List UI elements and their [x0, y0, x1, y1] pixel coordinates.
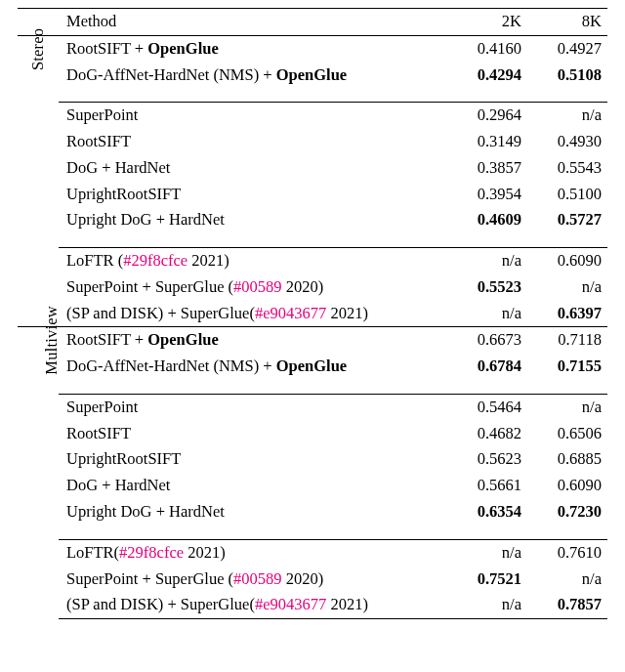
method-cell: Upright DoG + HardNet	[59, 207, 447, 233]
value-2k: 0.3954	[447, 182, 527, 208]
table-row: (SP and DISK) + SuperGlue(#e9043677 2021…	[18, 592, 607, 618]
method-cell: SuperPoint + SuperGlue (#00589 2020)	[59, 567, 447, 593]
table-row: DoG-AffNet-HardNet (NMS) + OpenGlue0.678…	[18, 354, 607, 380]
value-8k: n/a	[527, 394, 607, 420]
value-8k: 0.7155	[527, 354, 607, 380]
table-row: (SP and DISK) + SuperGlue(#e9043677 2021…	[18, 301, 607, 327]
table-row: SuperPoint0.5464n/a	[18, 394, 607, 420]
value-8k: 0.6885	[527, 446, 607, 473]
method-cell: (SP and DISK) + SuperGlue(#e9043677 2021…	[59, 592, 447, 618]
value-2k: 0.5464	[447, 394, 527, 420]
results-table-page: Method 2K 8K StereoRootSIFT + OpenGlue0.…	[0, 0, 625, 637]
table-row: SuperPoint + SuperGlue (#00589 2020)0.75…	[18, 567, 607, 593]
table-row: DoG + HardNet0.38570.5543	[18, 155, 607, 182]
value-2k: 0.7521	[447, 567, 527, 593]
value-2k: n/a	[447, 539, 527, 566]
value-8k: 0.6090	[527, 248, 607, 274]
value-2k: 0.6673	[447, 327, 527, 354]
table-row: DoG + HardNet0.56610.6090	[18, 473, 607, 499]
value-8k: 0.5543	[527, 155, 607, 182]
method-cell: LoFTR (#29f8cfce 2021)	[59, 248, 447, 274]
method-cell: RootSIFT + OpenGlue	[59, 327, 447, 354]
value-8k: n/a	[527, 567, 607, 593]
method-cell: RootSIFT + OpenGlue	[59, 35, 447, 62]
method-cell: DoG-AffNet-HardNet (NMS) + OpenGlue	[59, 354, 447, 380]
category-text: Multiview	[41, 307, 63, 376]
value-8k: 0.7118	[527, 327, 607, 354]
value-2k: 0.4609	[447, 207, 527, 233]
table-row: SuperPoint0.2964n/a	[18, 103, 607, 129]
value-8k: 0.7230	[527, 499, 607, 525]
header-8k: 8K	[527, 9, 607, 36]
value-2k: n/a	[447, 592, 527, 618]
value-8k: 0.5100	[527, 182, 607, 208]
value-2k: 0.4160	[447, 35, 527, 62]
method-cell: DoG-AffNet-HardNet (NMS) + OpenGlue	[59, 63, 447, 89]
value-2k: 0.6354	[447, 499, 527, 525]
table-row: RootSIFT0.31490.4930	[18, 129, 607, 155]
table-row: LoFTR (#29f8cfce 2021)n/a0.6090	[18, 248, 607, 274]
table-row: LoFTR(#29f8cfce 2021)n/a0.7610	[18, 539, 607, 566]
header-method: Method	[59, 9, 447, 36]
value-2k: 0.6784	[447, 354, 527, 380]
value-8k: 0.5108	[527, 63, 607, 89]
category-text: Stereo	[27, 27, 50, 69]
table-row: MultiviewRootSIFT + OpenGlue0.66730.7118	[18, 327, 607, 354]
method-cell: SuperPoint	[59, 103, 447, 129]
table-row: RootSIFT0.46820.6506	[18, 421, 607, 447]
header-row: Method 2K 8K	[18, 9, 607, 36]
table-row: UprightRootSIFT0.39540.5100	[18, 182, 607, 208]
value-8k: 0.6506	[527, 421, 607, 447]
category-label: Multiview	[18, 327, 59, 619]
method-cell: LoFTR(#29f8cfce 2021)	[59, 539, 447, 566]
value-2k: 0.2964	[447, 103, 527, 129]
value-2k: 0.4294	[447, 63, 527, 89]
value-2k: 0.5523	[447, 274, 527, 301]
method-cell: RootSIFT	[59, 421, 447, 447]
results-table: Method 2K 8K StereoRootSIFT + OpenGlue0.…	[18, 8, 607, 619]
value-2k: 0.5623	[447, 446, 527, 473]
value-8k: 0.4927	[527, 35, 607, 62]
value-2k: 0.5661	[447, 473, 527, 499]
method-cell: RootSIFT	[59, 129, 447, 155]
value-8k: 0.6397	[527, 301, 607, 327]
category-label: Stereo	[18, 35, 59, 327]
table-row: StereoRootSIFT + OpenGlue0.41600.4927	[18, 35, 607, 62]
table-row: UprightRootSIFT0.56230.6885	[18, 446, 607, 473]
spacer-row	[18, 88, 607, 103]
method-cell: SuperPoint + SuperGlue (#00589 2020)	[59, 274, 447, 301]
spacer-row	[18, 525, 607, 540]
value-8k: n/a	[527, 103, 607, 129]
value-8k: 0.4930	[527, 129, 607, 155]
value-8k: 0.5727	[527, 207, 607, 233]
value-2k: 0.4682	[447, 421, 527, 447]
spacer-row	[18, 380, 607, 395]
spacer-row	[18, 233, 607, 248]
table-row: DoG-AffNet-HardNet (NMS) + OpenGlue0.429…	[18, 63, 607, 89]
method-cell: DoG + HardNet	[59, 473, 447, 499]
value-8k: n/a	[527, 274, 607, 301]
method-cell: DoG + HardNet	[59, 155, 447, 182]
method-cell: UprightRootSIFT	[59, 182, 447, 208]
table-row: Upright DoG + HardNet0.63540.7230	[18, 499, 607, 525]
value-8k: 0.7857	[527, 592, 607, 618]
table-row: Upright DoG + HardNet0.46090.5727	[18, 207, 607, 233]
value-2k: n/a	[447, 248, 527, 274]
method-cell: (SP and DISK) + SuperGlue(#e9043677 2021…	[59, 301, 447, 327]
value-8k: 0.6090	[527, 473, 607, 499]
method-cell: UprightRootSIFT	[59, 446, 447, 473]
table-row: SuperPoint + SuperGlue (#00589 2020)0.55…	[18, 274, 607, 301]
header-2k: 2K	[447, 9, 527, 36]
method-cell: SuperPoint	[59, 394, 447, 420]
value-8k: 0.7610	[527, 539, 607, 566]
value-2k: 0.3857	[447, 155, 527, 182]
value-2k: 0.3149	[447, 129, 527, 155]
value-2k: n/a	[447, 301, 527, 327]
method-cell: Upright DoG + HardNet	[59, 499, 447, 525]
